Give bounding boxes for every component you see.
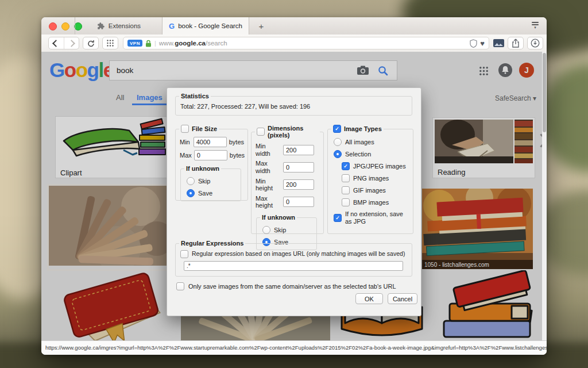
file-size-legend: File Size: [192, 125, 217, 132]
max-height-label: Max height: [256, 195, 281, 209]
scrollbar-thumb[interactable]: [543, 53, 546, 132]
bookmark-heart-icon[interactable]: ♥: [480, 40, 485, 47]
gif-label: GIF images: [353, 187, 386, 194]
tab-bar: Extensions G book - Google Search + ▾: [41, 17, 547, 35]
gif-checkbox[interactable]: [342, 186, 350, 194]
save-label: Save: [198, 190, 212, 197]
reload-button[interactable]: [83, 37, 99, 49]
max-height-input[interactable]: [283, 197, 314, 207]
regex-legend: Regular Expressions: [181, 240, 243, 247]
close-window-button[interactable]: [49, 22, 57, 30]
dimensions-legend: Dimensions (pixels): [268, 125, 318, 139]
file-size-fieldset: File Size Minbytes Maxbytes If unknown S…: [175, 125, 248, 201]
png-label: PNG images: [353, 175, 389, 182]
skip-label: Skip: [198, 178, 210, 185]
if-unknown-legend: If unknown: [186, 165, 219, 172]
dimensions-skip-radio[interactable]: [262, 226, 270, 234]
google-g-icon: G: [169, 22, 175, 30]
same-domain-checkbox[interactable]: [176, 282, 184, 290]
no-extension-label: If no extension, save as JPG: [345, 210, 409, 225]
back-icon: [52, 40, 60, 47]
new-tab-button[interactable]: +: [255, 20, 268, 32]
no-extension-checkbox[interactable]: ✓: [334, 214, 342, 222]
minimize-window-button[interactable]: [61, 22, 69, 30]
jpg-label: JPG/JPEG images: [353, 163, 406, 170]
tab-google-search[interactable]: G book - Google Search: [162, 17, 249, 34]
all-images-radio[interactable]: [334, 138, 342, 146]
bmp-label: BMP images: [353, 199, 389, 206]
same-domain-row: Only save images from the same domain/se…: [176, 282, 396, 290]
statistics-fieldset: Statistics Total: 227, Processed: 227, W…: [175, 93, 412, 116]
file-size-save-radio[interactable]: [187, 189, 195, 197]
png-checkbox[interactable]: [342, 174, 350, 182]
url-bar[interactable]: VPN | www.google.ca/search ♥: [123, 37, 489, 49]
min-size-input[interactable]: [194, 137, 227, 147]
wallpaper-bush: [540, 63, 588, 172]
statistics-summary: Total: 227, Processed: 227, Will be save…: [180, 103, 408, 110]
shield-icon[interactable]: [470, 39, 477, 48]
bmp-checkbox[interactable]: [342, 198, 350, 206]
max-width-label: Max width: [256, 160, 281, 174]
vpn-badge[interactable]: VPN: [127, 40, 142, 47]
page-scrollbar[interactable]: [542, 52, 547, 340]
regex-checkbox[interactable]: [180, 250, 188, 258]
history-nav-group: [48, 37, 79, 49]
browser-window: Extensions G book - Google Search + ▾ VP…: [41, 17, 547, 355]
grid-view-button[interactable]: [102, 37, 118, 49]
skip-label: Skip: [274, 227, 286, 233]
tab-label: book - Google Search: [178, 22, 242, 29]
reload-icon: [87, 40, 95, 47]
url-text: www.google.ca/search: [159, 40, 467, 47]
selection-label: Selection: [345, 151, 371, 158]
menu-icon[interactable]: ▾: [531, 22, 540, 29]
bytes-unit: bytes: [229, 139, 244, 145]
tab-extensions[interactable]: Extensions: [75, 17, 163, 34]
download-icon: [531, 39, 540, 48]
file-size-checkbox[interactable]: [181, 125, 189, 133]
save-images-dialog: Statistics Total: 227, Processed: 227, W…: [167, 87, 421, 316]
same-domain-label: Only save images from the same domain/se…: [188, 283, 396, 290]
regex-pattern-input[interactable]: [184, 261, 403, 271]
selection-radio[interactable]: [334, 150, 342, 158]
image-types-legend: Image Types: [344, 125, 382, 132]
statistics-legend: Statistics: [181, 93, 209, 99]
forward-button[interactable]: [64, 37, 79, 49]
file-size-skip-radio[interactable]: [187, 177, 195, 185]
regex-checkbox-label: Regular expression based on images URL (…: [192, 250, 405, 257]
forward-icon: [68, 40, 75, 47]
share-button[interactable]: [508, 37, 524, 49]
dimensions-fieldset: Dimensions (pixels) Min width Max width …: [251, 125, 324, 234]
status-bar: https://www.google.ca/imgres?imgurl=http…: [41, 340, 547, 355]
grid-icon: [106, 39, 114, 47]
file-size-if-unknown-fieldset: If unknown Skip Save: [180, 165, 241, 201]
status-url: https://www.google.ca/imgres?imgurl=http…: [41, 341, 547, 351]
max-size-input[interactable]: [194, 150, 227, 160]
min-width-label: Min width: [256, 143, 281, 157]
min-height-input[interactable]: [283, 179, 314, 190]
share-icon: [512, 39, 520, 48]
if-unknown-legend: If unknown: [262, 214, 295, 221]
dimensions-checkbox[interactable]: [257, 128, 265, 136]
puzzle-icon: [97, 22, 105, 30]
bytes-unit: bytes: [230, 152, 245, 159]
ok-button[interactable]: OK: [355, 293, 383, 304]
min-width-input[interactable]: [283, 145, 314, 155]
cancel-button[interactable]: Cancel: [388, 293, 417, 304]
max-width-input[interactable]: [283, 162, 314, 172]
max-size-label: Max: [180, 152, 192, 159]
regex-fieldset: Regular Expressions Regular expression b…: [175, 240, 412, 277]
lock-icon: [145, 40, 152, 47]
min-size-label: Min: [180, 139, 191, 145]
image-types-fieldset: ✓Image Types All images Selection ✓JPG/J…: [327, 125, 413, 234]
min-height-label: Min height: [256, 178, 281, 192]
tab-label: Extensions: [109, 22, 141, 29]
image-types-checkbox[interactable]: ✓: [333, 125, 341, 133]
downloads-button[interactable]: [527, 37, 543, 49]
all-images-label: All images: [345, 139, 374, 145]
navigation-toolbar: VPN | www.google.ca/search ♥: [41, 34, 547, 52]
back-button[interactable]: [49, 37, 64, 49]
url-separator: |: [154, 40, 156, 47]
jpg-checkbox[interactable]: ✓: [342, 162, 350, 170]
page-content: Google book J All Images SafeSearch ▾: [41, 52, 547, 340]
screenshot-icon[interactable]: [493, 39, 504, 47]
